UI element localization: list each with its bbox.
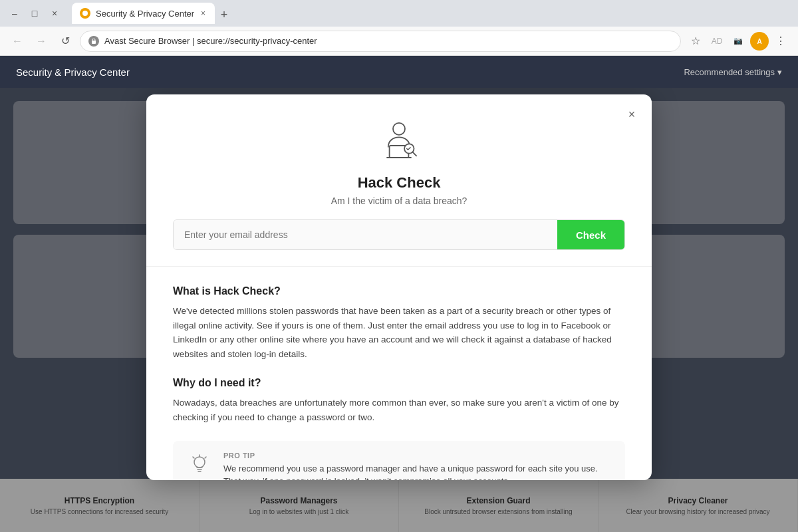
modal-close-button[interactable]: ×: [622, 105, 641, 124]
svg-line-8: [413, 152, 416, 156]
svg-rect-1: [92, 41, 96, 44]
why-need-title: Why do I need it?: [173, 377, 625, 389]
active-tab[interactable]: Security & Privacy Center ×: [72, 3, 215, 24]
pro-tip-text: We recommend you use a password manager …: [223, 462, 612, 480]
page-background: HTTPS Encryption Use HTTPS connections f…: [0, 88, 798, 532]
back-button[interactable]: ←: [8, 32, 27, 51]
refresh-button[interactable]: ↺: [56, 32, 74, 51]
page-header: Security & Privacy Center Recommended se…: [0, 56, 798, 88]
forward-button[interactable]: →: [32, 32, 51, 51]
pro-tip-section: PRO TIP We recommend you use a password …: [173, 441, 625, 480]
what-is-text: We've detected millions stolen passwords…: [173, 304, 625, 361]
tab-title: Security & Privacy Center: [96, 9, 194, 19]
tab-close-button[interactable]: ×: [200, 7, 207, 19]
check-button[interactable]: Check: [557, 220, 624, 249]
minimize-button[interactable]: –: [5, 4, 24, 23]
new-tab-button[interactable]: +: [215, 5, 233, 24]
why-need-text: Nowadays, data breaches are unfortunatel…: [173, 396, 625, 424]
svg-line-12: [205, 457, 206, 458]
page-header-title: Security & Privacy Center: [16, 66, 130, 78]
svg-text:A: A: [757, 38, 761, 45]
nav-right: ☆ AD 📷 A ⋮: [686, 32, 790, 51]
maximize-button[interactable]: □: [25, 4, 44, 23]
svg-point-0: [82, 11, 88, 16]
nav-bar: ← → ↺ Avast Secure Browser | secure://se…: [0, 27, 798, 56]
secure-icon: [88, 36, 99, 47]
camera-button[interactable]: 📷: [729, 32, 747, 51]
tab-bar: Security & Privacy Center × +: [72, 3, 793, 24]
pro-tip-label: PRO TIP: [223, 452, 612, 460]
tab-favicon: [80, 8, 90, 19]
what-is-title: What is Hack Check?: [173, 285, 625, 297]
more-button[interactable]: ⋮: [771, 32, 790, 51]
svg-point-4: [393, 123, 405, 135]
bookmark-button[interactable]: ☆: [686, 32, 705, 51]
email-check-row: Check: [173, 219, 625, 250]
svg-line-11: [193, 457, 194, 458]
address-bar[interactable]: Avast Secure Browser | secure://security…: [80, 31, 681, 52]
address-provider: Avast Secure Browser | secure://security…: [104, 36, 317, 46]
account-icon[interactable]: AD: [708, 32, 726, 51]
modal-subtitle: Am I the victim of a data breach?: [331, 196, 467, 206]
svg-point-9: [194, 457, 205, 467]
hack-check-icon: [375, 116, 423, 164]
modal-overlay: × Hack Check Am I the victim of: [0, 88, 798, 532]
modal-top-section: Hack Check Am I the victim of a data bre…: [146, 94, 652, 267]
lightbulb-icon: [186, 452, 213, 478]
hack-check-modal: × Hack Check Am I the victim of: [146, 94, 652, 480]
browser-controls: – □ ×: [5, 4, 64, 23]
close-window-button[interactable]: ×: [45, 4, 64, 23]
pro-tip-content: PRO TIP We recommend you use a password …: [223, 452, 612, 480]
email-input[interactable]: [174, 220, 557, 249]
avast-icon[interactable]: A: [750, 32, 769, 51]
modal-title: Hack Check: [358, 174, 441, 192]
browser-titlebar: – □ × Security & Privacy Center × +: [0, 0, 798, 27]
modal-body: What is Hack Check? We've detected milli…: [146, 267, 652, 480]
recommended-settings-button[interactable]: Recommended settings ▾: [684, 67, 782, 77]
